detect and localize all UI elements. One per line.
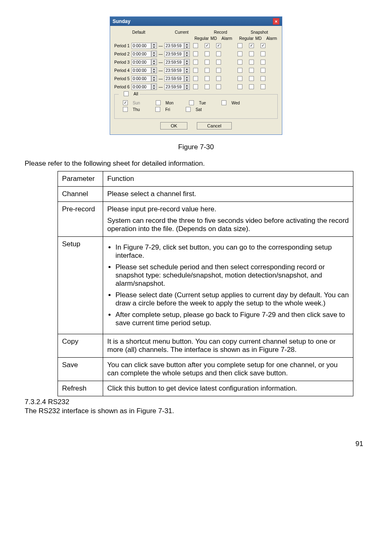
parameter-table: Parameter Function Channel Please select… — [58, 171, 353, 396]
setup-b3: Please select date (Current setup applie… — [115, 291, 349, 308]
snap-alarm-checkbox[interactable] — [261, 76, 265, 81]
row-channel-v: Please select a channel first. — [103, 187, 353, 202]
spinner-icon[interactable]: ▴▾ — [151, 59, 157, 65]
rec-md-checkbox[interactable] — [205, 51, 210, 56]
row-save-k: Save — [58, 358, 103, 381]
close-icon[interactable]: × — [273, 18, 279, 25]
rec-regular-checkbox[interactable] — [193, 68, 198, 73]
spinner-icon[interactable]: ▴▾ — [184, 83, 190, 90]
period-to-input[interactable] — [164, 67, 184, 74]
th-function: Function — [103, 171, 353, 187]
period-row: Period 5▴▾—▴▾ — [114, 75, 278, 82]
mon-checkbox[interactable] — [156, 100, 161, 105]
rec-alarm-checkbox[interactable] — [216, 43, 221, 48]
period-to-input[interactable] — [164, 51, 184, 57]
cancel-button[interactable]: Cancel — [197, 122, 231, 130]
sun-checkbox[interactable] — [123, 100, 128, 105]
spinner-icon[interactable]: ▴▾ — [151, 51, 157, 57]
period-from-input[interactable] — [131, 51, 151, 57]
rec-alarm-checkbox[interactable] — [216, 68, 221, 73]
fri-checkbox[interactable] — [155, 107, 160, 112]
range-dash: — — [159, 76, 163, 81]
rec-alarm-checkbox[interactable] — [216, 51, 221, 56]
snap-regular-checkbox[interactable] — [238, 60, 242, 65]
snap-regular-checkbox[interactable] — [238, 68, 242, 73]
rec-regular-checkbox[interactable] — [193, 43, 198, 48]
spinner-icon[interactable]: ▴▾ — [184, 51, 190, 57]
spinner-icon[interactable]: ▴▾ — [184, 59, 190, 65]
row-channel-k: Channel — [58, 187, 103, 202]
period-row: Period 6▴▾—▴▾ — [114, 83, 278, 90]
row-copy-v: It is a shortcut menu button. You can co… — [103, 334, 353, 358]
snap-md-checkbox[interactable] — [249, 84, 254, 89]
period-from-input[interactable] — [131, 84, 151, 90]
range-dash: — — [159, 85, 163, 89]
range-dash: — — [159, 52, 163, 56]
dialog-titlebar: Sunday × — [110, 17, 282, 26]
page-number: 91 — [25, 440, 367, 448]
snap-md-checkbox[interactable] — [249, 43, 254, 48]
rec-md-checkbox[interactable] — [205, 43, 210, 48]
snap-md-checkbox[interactable] — [249, 51, 254, 56]
rec-md-checkbox[interactable] — [205, 76, 210, 81]
rec-alarm-checkbox[interactable] — [216, 76, 221, 81]
spinner-icon[interactable]: ▴▾ — [151, 42, 157, 49]
snap-alarm-checkbox[interactable] — [261, 43, 265, 48]
rec-md-checkbox[interactable] — [205, 60, 210, 65]
period-from-input[interactable] — [131, 76, 151, 82]
setup-b2: Please set schedule period and then sele… — [115, 263, 349, 288]
period-label: Period 4 — [114, 68, 131, 73]
sub-md: MD — [208, 36, 220, 41]
snap-regular-checkbox[interactable] — [238, 76, 242, 81]
sat-checkbox[interactable] — [186, 107, 191, 112]
snap-md-checkbox[interactable] — [249, 76, 254, 81]
rec-regular-checkbox[interactable] — [193, 60, 198, 65]
all-checkbox[interactable] — [124, 91, 129, 96]
period-label: Period 6 — [114, 85, 131, 89]
rec-alarm-checkbox[interactable] — [216, 60, 221, 65]
snap-regular-checkbox[interactable] — [238, 43, 242, 48]
rec-regular-checkbox[interactable] — [193, 51, 198, 56]
sub-alarm: Alarm — [221, 36, 233, 41]
th-parameter: Parameter — [58, 171, 103, 187]
snap-alarm-checkbox[interactable] — [261, 51, 265, 56]
snap-regular-checkbox[interactable] — [238, 51, 242, 56]
period-to-input[interactable] — [164, 59, 184, 65]
rec-regular-checkbox[interactable] — [193, 76, 198, 81]
spinner-icon[interactable]: ▴▾ — [151, 75, 157, 82]
thu-checkbox[interactable] — [123, 107, 128, 112]
period-from-input[interactable] — [131, 59, 151, 65]
rec-md-checkbox[interactable] — [205, 84, 210, 89]
snap-md-checkbox[interactable] — [249, 68, 254, 73]
ok-button[interactable]: OK — [160, 122, 187, 130]
spinner-icon[interactable]: ▴▾ — [151, 83, 157, 90]
header-current: Current — [163, 30, 200, 35]
row-refresh-v: Click this button to get device latest c… — [103, 381, 353, 396]
rec-regular-checkbox[interactable] — [193, 84, 198, 89]
row-prerecord-v: Please input pre-record value here. Syst… — [103, 202, 353, 237]
figure-caption: Figure 7-30 — [25, 143, 367, 151]
period-from-input[interactable] — [131, 43, 151, 49]
period-to-input[interactable] — [164, 84, 184, 90]
period-to-input[interactable] — [164, 43, 184, 49]
spinner-icon[interactable]: ▴▾ — [184, 67, 190, 74]
sub-alarm-2: Alarm — [265, 36, 278, 41]
range-dash: — — [159, 60, 163, 65]
prerecord-line2: System can record the three to five seco… — [107, 217, 349, 233]
wed-checkbox[interactable] — [221, 100, 226, 105]
snap-regular-checkbox[interactable] — [238, 84, 242, 89]
rec-md-checkbox[interactable] — [205, 68, 210, 73]
snap-alarm-checkbox[interactable] — [261, 84, 265, 89]
period-from-input[interactable] — [131, 67, 151, 74]
spinner-icon[interactable]: ▴▾ — [184, 75, 190, 82]
snap-md-checkbox[interactable] — [249, 60, 254, 65]
period-label: Period 5 — [114, 76, 131, 81]
fri-label: Fri — [165, 107, 170, 112]
tue-checkbox[interactable] — [189, 100, 194, 105]
period-to-input[interactable] — [164, 76, 184, 82]
spinner-icon[interactable]: ▴▾ — [184, 42, 190, 49]
spinner-icon[interactable]: ▴▾ — [151, 67, 157, 74]
snap-alarm-checkbox[interactable] — [261, 60, 265, 65]
snap-alarm-checkbox[interactable] — [261, 68, 265, 73]
rec-alarm-checkbox[interactable] — [216, 84, 221, 89]
